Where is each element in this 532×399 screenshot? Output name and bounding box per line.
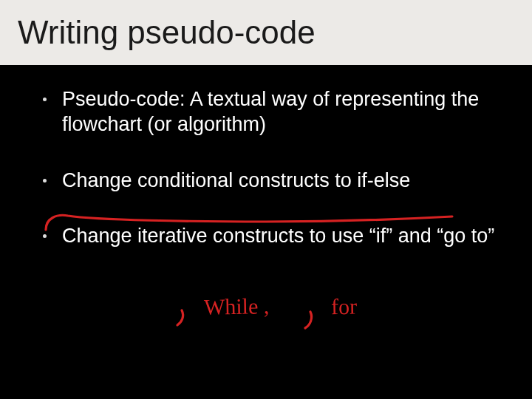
- bullet-item: Change conditional constructs to if-else: [40, 168, 498, 194]
- comma-stroke-icon: [177, 310, 183, 325]
- slide-body: Pseudo-code: A textual way of representi…: [40, 87, 498, 280]
- title-band: Writing pseudo-code: [0, 0, 532, 65]
- handwritten-for: for: [331, 294, 358, 320]
- bullet-item: Pseudo-code: A textual way of representi…: [40, 87, 498, 137]
- bullet-item: Change iterative constructs to use “if” …: [40, 224, 498, 249]
- handwritten-while: While ,: [204, 293, 270, 320]
- slide-title: Writing pseudo-code: [18, 14, 316, 51]
- bullet-list: Pseudo-code: A textual way of representi…: [40, 87, 498, 249]
- comma2-stroke-icon: [305, 312, 312, 328]
- slide: Writing pseudo-code Pseudo-code: A textu…: [0, 0, 532, 399]
